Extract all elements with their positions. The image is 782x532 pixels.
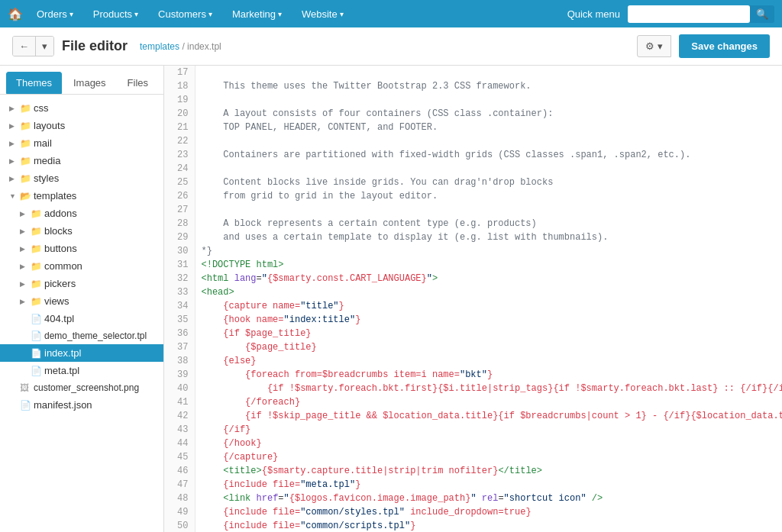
line-number: 33 [164, 285, 195, 299]
line-content[interactable]: Content blocks live inside grids. You ca… [195, 176, 782, 189]
tab-images[interactable]: Images [63, 72, 116, 94]
gear-icon: ⚙ [645, 40, 654, 52]
line-content[interactable]: <title>{$smarty.capture.title|strip|trim… [195, 464, 782, 478]
tree-item-media[interactable]: ▶ 📁 media [0, 152, 163, 169]
tree-item-layouts[interactable]: ▶ 📁 layouts [0, 117, 163, 134]
code-line: 28 A block represents a certain content … [164, 217, 782, 231]
tree-item-404-tpl[interactable]: ▶ 📄 404.tpl [0, 310, 163, 327]
line-content[interactable]: <head> [195, 285, 782, 299]
line-content[interactable] [195, 134, 782, 148]
tree-item-manifest-json[interactable]: ▶ 📄 manifest.json [0, 396, 163, 414]
tree-item-meta-tpl[interactable]: ▶ 📄 meta.tpl [0, 362, 163, 379]
line-number: 31 [164, 258, 195, 272]
tree-item-views[interactable]: ▶ 📁 views [0, 292, 163, 310]
code-line: 36 {if $page_title} [164, 327, 782, 340]
line-content[interactable]: A block represents a certain content typ… [195, 217, 782, 231]
tree-item-css[interactable]: ▶ 📁 css [0, 99, 163, 117]
line-content[interactable]: {/foreach} [195, 395, 782, 409]
line-content[interactable]: <!DOCTYPE html> [195, 258, 782, 272]
tree-item-addons[interactable]: ▶ 📁 addons [0, 205, 163, 222]
chevron-right-icon: ▶ [9, 105, 17, 112]
line-content[interactable]: {else} [195, 354, 782, 368]
line-content[interactable]: <link href="{$logos.favicon.image.image_… [195, 492, 782, 505]
quick-menu-label: Quick menu [567, 8, 620, 20]
folder-icon: 📁 [31, 279, 41, 289]
line-number: 22 [164, 134, 195, 148]
tree-item-demo-theme-selector[interactable]: ▶ 📄 demo_theme_selector.tpl [0, 327, 163, 344]
code-line: 46 <title>{$smarty.capture.title|strip|t… [164, 464, 782, 478]
line-content[interactable]: {/hook} [195, 437, 782, 450]
tree-item-blocks[interactable]: ▶ 📁 blocks [0, 222, 163, 240]
nav-orders[interactable]: Orders ▾ [31, 8, 79, 20]
line-content[interactable]: <html lang="{$smarty.const.CART_LANGUAGE… [195, 272, 782, 285]
code-editor: 1718 This theme uses the Twitter Bootstr… [164, 66, 782, 532]
tree-item-buttons[interactable]: ▶ 📁 buttons [0, 240, 163, 257]
line-content[interactable] [195, 93, 782, 107]
chevron-down-icon: ▼ [9, 192, 17, 200]
line-content[interactable]: {if !$smarty.foreach.bkt.first}{$i.title… [195, 382, 782, 395]
nav-products[interactable]: Products ▾ [87, 8, 144, 20]
line-content[interactable]: from grid to grid in the layout editor. [195, 189, 782, 203]
dropdown-arrow-icon[interactable]: ▾ [36, 37, 53, 56]
code-content[interactable]: 1718 This theme uses the Twitter Bootstr… [164, 66, 782, 532]
code-line: 45 {/capture} [164, 450, 782, 464]
code-line: 33<head> [164, 285, 782, 299]
line-content[interactable]: {if !$skip_page_title && $location_data.… [195, 409, 782, 423]
code-line: 31<!DOCTYPE html> [164, 258, 782, 272]
line-number: 49 [164, 505, 195, 519]
code-line: 44 {/hook} [164, 437, 782, 450]
save-changes-button[interactable]: Save changes [679, 34, 770, 58]
code-line: 19 [164, 93, 782, 107]
line-content[interactable]: *} [195, 244, 782, 258]
settings-button[interactable]: ⚙ ▾ [637, 35, 671, 57]
line-content[interactable]: {foreach from=$breadcrumbs item=i name="… [195, 368, 782, 382]
tree-item-styles[interactable]: ▶ 📁 styles [0, 169, 163, 187]
breadcrumb-templates-link[interactable]: templates [140, 41, 179, 52]
line-content[interactable]: {include file="common/styles.tpl" includ… [195, 505, 782, 519]
tree-item-templates[interactable]: ▼ 📂 templates [0, 187, 163, 205]
line-content[interactable]: A layout consists of four containers (CS… [195, 107, 782, 121]
nav-website[interactable]: Website ▾ [296, 8, 350, 20]
code-line: 32<html lang="{$smarty.const.CART_LANGUA… [164, 272, 782, 285]
tab-themes[interactable]: Themes [6, 72, 62, 94]
search-input[interactable] [628, 5, 750, 23]
tree-item-customer-screenshot[interactable]: ▶ 🖼 customer_screenshot.png [0, 379, 163, 396]
line-content[interactable]: TOP PANEL, HEADER, CONTENT, and FOOTER. [195, 121, 782, 134]
nav-customers[interactable]: Customers ▾ [152, 8, 218, 20]
line-content[interactable]: Containers are partitioned with fixed-wi… [195, 148, 782, 162]
back-button[interactable]: ← ▾ [12, 36, 54, 56]
line-content[interactable]: {capture name="title"} [195, 299, 782, 313]
line-content[interactable] [195, 66, 782, 79]
code-line: 27 [164, 203, 782, 217]
code-line: 34 {capture name="title"} [164, 299, 782, 313]
line-content[interactable] [195, 162, 782, 176]
tree-item-mail[interactable]: ▶ 📁 mail [0, 134, 163, 152]
chevron-right-icon: ▶ [20, 263, 27, 270]
tree-item-common[interactable]: ▶ 📁 common [0, 257, 163, 275]
tree-item-index-tpl[interactable]: ▶ 📄 index.tpl [0, 344, 163, 362]
line-content[interactable]: {/if} [195, 423, 782, 437]
code-line: 35 {hook name="index:title"} [164, 313, 782, 327]
top-navigation: 🏠 Orders ▾ Products ▾ Customers ▾ Market… [0, 0, 782, 27]
line-content[interactable]: {include file="common/scripts.tpl"} [195, 519, 782, 532]
nav-marketing[interactable]: Marketing ▾ [226, 8, 288, 20]
line-content[interactable]: This theme uses the Twitter Bootstrap 2.… [195, 79, 782, 93]
settings-dropdown-arrow: ▾ [658, 40, 663, 52]
folder-open-icon: 📂 [20, 191, 31, 202]
line-content[interactable]: {include file="meta.tpl"} [195, 478, 782, 492]
line-content[interactable]: {$page_title} [195, 340, 782, 354]
line-content[interactable]: {hook name="index:title"} [195, 313, 782, 327]
file-icon: 📄 [31, 314, 41, 324]
search-icon[interactable]: 🔍 [750, 5, 774, 23]
line-number: 20 [164, 107, 195, 121]
line-content[interactable]: and uses a certain template to display i… [195, 231, 782, 244]
home-icon[interactable]: 🏠 [8, 7, 23, 21]
back-arrow-icon[interactable]: ← [13, 37, 36, 56]
line-content[interactable]: {/capture} [195, 450, 782, 464]
sidebar: Themes Images Files ▶ 📁 css ▶ 📁 layouts … [0, 66, 164, 532]
tree-item-pickers[interactable]: ▶ 📁 pickers [0, 275, 163, 292]
line-content[interactable]: {if $page_title} [195, 327, 782, 340]
line-content[interactable] [195, 203, 782, 217]
folder-icon: 📁 [31, 243, 41, 254]
tab-files[interactable]: Files [118, 72, 158, 94]
